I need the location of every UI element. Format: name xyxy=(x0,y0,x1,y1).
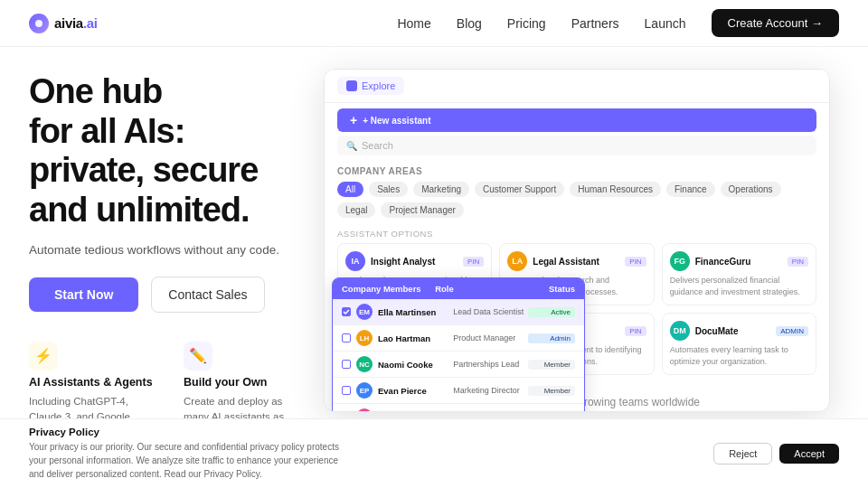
assistant-avatar-1: LA xyxy=(507,251,527,271)
member-avatar-2: NC xyxy=(356,356,373,372)
hero-headline: One hubfor all AIs:private, secureand un… xyxy=(29,72,309,230)
privacy-content: Privacy Policy Your privacy is our prior… xyxy=(29,427,354,481)
assistant-badge-1: PIN xyxy=(625,257,646,267)
mock-header: Explore xyxy=(325,70,829,103)
assistant-card-5[interactable]: DM DocuMate ADMIN Automates every learni… xyxy=(662,313,816,375)
assistant-desc-5: Automates every learning task to optimiz… xyxy=(670,344,808,367)
member-row-4[interactable]: LV Lydia Vance HR Manager Member xyxy=(333,404,584,412)
member-role-3: Marketing Director xyxy=(453,386,528,395)
member-checkbox-0[interactable] xyxy=(342,307,351,316)
member-status-3: Member xyxy=(528,386,575,396)
assistant-name-2: FinanceGuru xyxy=(695,257,751,267)
reject-button[interactable]: Reject xyxy=(713,443,772,465)
area-tab-legal[interactable]: Legal xyxy=(337,202,375,218)
area-tab-finance[interactable]: Finance xyxy=(666,182,715,197)
assistant-card-2[interactable]: FG FinanceGuru PIN Delivers personalized… xyxy=(662,243,816,305)
cta-row: Start Now Contact Sales xyxy=(29,277,309,313)
member-checkbox-2[interactable] xyxy=(342,360,351,369)
assistant-badge-2: PIN xyxy=(788,257,808,267)
search-icon: 🔍 xyxy=(346,141,357,151)
assistant-badge-0: PIN xyxy=(463,257,484,267)
member-row-2[interactable]: NC Naomi Cooke Partnerships Lead Member xyxy=(333,352,584,378)
accept-button[interactable]: Accept xyxy=(779,444,839,464)
new-assistant-button[interactable]: + New assistant xyxy=(337,108,816,132)
assistant-name-0: Insight Analyst xyxy=(371,257,435,267)
members-table: Company Members Role Status EM Ella Mart… xyxy=(332,277,585,412)
feature-build-icon: ✏️ xyxy=(184,342,212,371)
nav-home[interactable]: Home xyxy=(397,16,430,31)
assistant-badge-4: PIN xyxy=(625,326,646,336)
contact-sales-button[interactable]: Contact Sales xyxy=(151,277,264,313)
nav-partners[interactable]: Partners xyxy=(571,16,619,31)
privacy-buttons: Reject Accept xyxy=(713,443,839,465)
navbar: aivia.ai Home Blog Pricing Partners Laun… xyxy=(0,0,868,47)
member-row-1[interactable]: LH Lao Hartman Product Manager Admin xyxy=(333,325,584,352)
member-name-0: Ella Martinsen xyxy=(378,307,453,317)
area-tab-sales[interactable]: Sales xyxy=(369,182,408,197)
assistant-avatar-0: IA xyxy=(345,251,365,271)
area-tab-all[interactable]: All xyxy=(337,182,363,197)
logo-text: aivia.ai xyxy=(54,15,98,31)
create-account-button[interactable]: Create Account → xyxy=(712,9,840,37)
logo[interactable]: aivia.ai xyxy=(29,14,98,33)
hero-subtitle: Automate tedious workflows without any c… xyxy=(29,243,309,257)
member-role-2: Partnerships Lead xyxy=(453,360,528,369)
area-tabs: All Sales Marketing Customer Support Hum… xyxy=(325,182,829,225)
member-role-1: Product Manager xyxy=(453,333,528,343)
members-table-header: Company Members Role Status xyxy=(333,278,584,299)
assistant-options-label: ASSISTANT OPTIONS xyxy=(325,225,829,243)
area-tab-hr[interactable]: Human Resources xyxy=(570,182,661,197)
main-content: One hubfor all AIs:private, secureand un… xyxy=(0,47,868,441)
svg-point-0 xyxy=(35,20,42,27)
area-tab-support[interactable]: Customer Support xyxy=(475,182,564,197)
member-name-1: Lao Hartman xyxy=(378,333,453,343)
privacy-title: Privacy Policy xyxy=(29,427,354,437)
member-row-0[interactable]: EM Ella Martinsen Lead Data Scientist Ac… xyxy=(333,299,584,325)
member-row-3[interactable]: EP Evan Pierce Marketing Director Member xyxy=(333,378,584,404)
assistant-avatar-5: DM xyxy=(670,321,690,341)
hero-left: One hubfor all AIs:private, secureand un… xyxy=(29,72,309,441)
explore-tab[interactable]: Explore xyxy=(337,77,404,95)
member-checkbox-3[interactable] xyxy=(342,386,351,395)
explore-tab-label: Explore xyxy=(362,80,395,91)
member-status-1: Admin xyxy=(528,333,575,343)
privacy-notice: Privacy Policy Your privacy is our prior… xyxy=(0,418,868,488)
area-tab-pm[interactable]: Project Manager xyxy=(381,202,463,218)
area-tab-marketing[interactable]: Marketing xyxy=(413,182,469,197)
member-avatar-0: EM xyxy=(356,304,373,320)
area-tab-ops[interactable]: Operations xyxy=(721,182,781,197)
new-assistant-label: + New assistant xyxy=(363,116,430,126)
member-avatar-3: EP xyxy=(356,382,373,399)
explore-tab-icon xyxy=(346,80,357,91)
member-name-2: Naomi Cooke xyxy=(378,360,453,370)
search-placeholder: Search xyxy=(362,140,393,151)
dashboard-panel: Explore + New assistant 🔍 Search Company… xyxy=(324,69,830,412)
company-areas-label: Company Areas xyxy=(325,163,829,182)
members-col-1: Company Members xyxy=(342,284,435,294)
nav-blog[interactable]: Blog xyxy=(457,16,482,31)
feature-ai-icon: ⚡ xyxy=(29,342,58,371)
nav-links: Home Blog Pricing Partners Launch Create… xyxy=(397,9,839,37)
assistant-avatar-2: FG xyxy=(670,251,690,271)
start-now-button[interactable]: Start Now xyxy=(29,277,138,312)
member-role-0: Lead Data Scientist xyxy=(453,307,528,316)
feature-ai-title: AI Assistants & Agents xyxy=(29,376,155,389)
members-col-2: Role xyxy=(435,284,528,294)
members-col-3: Status xyxy=(528,284,575,294)
member-avatar-1: LH xyxy=(356,330,373,346)
assistant-badge-5: ADMIN xyxy=(776,326,808,336)
nav-launch[interactable]: Launch xyxy=(645,16,686,31)
member-status-0: Active xyxy=(528,307,575,317)
search-bar[interactable]: 🔍 Search xyxy=(337,136,816,155)
assistant-name-5: DocuMate xyxy=(695,326,739,336)
member-status-2: Member xyxy=(528,360,575,370)
assistant-name-1: Legal Assistant xyxy=(533,257,599,267)
member-name-3: Evan Pierce xyxy=(378,386,453,396)
feature-build-title: Build your Own xyxy=(184,376,309,389)
privacy-text: Your privacy is our priority. Our secure… xyxy=(29,440,354,481)
member-checkbox-1[interactable] xyxy=(342,333,351,343)
nav-pricing[interactable]: Pricing xyxy=(507,16,546,31)
assistant-desc-2: Delivers personalized financial guidance… xyxy=(670,275,808,297)
logo-icon xyxy=(29,14,49,33)
